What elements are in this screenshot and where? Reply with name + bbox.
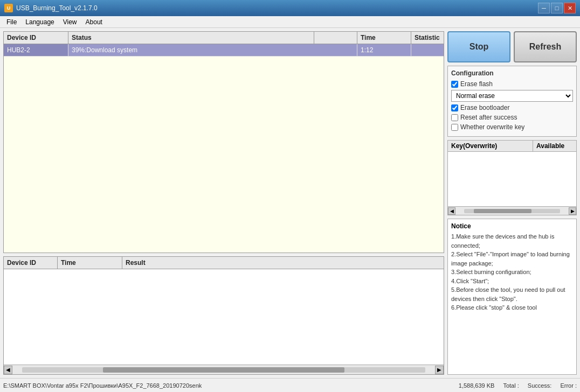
menu-bar: File Language View About (0, 16, 580, 28)
notice-item-2: 2.Select "File"-"Import image" to load b… (451, 251, 570, 267)
table-row[interactable]: HUB2-2 39%:Download system 1:12 (4, 44, 444, 57)
notice-title: Notice (451, 222, 573, 230)
menu-file[interactable]: File (2, 17, 21, 27)
notice-item-5: 5.Before close the tool, you need to pul… (451, 286, 565, 302)
col-time: Time (357, 32, 411, 44)
erase-bootloader-checkbox[interactable] (451, 104, 458, 111)
stop-button[interactable]: Stop (447, 31, 510, 62)
col-statistic: Statistic (411, 32, 444, 44)
erase-bootloader-label: Erase bootloader (460, 104, 509, 111)
result-col-device: Device ID (4, 257, 58, 269)
status-success: Success: (528, 382, 552, 389)
col-empty (314, 32, 357, 44)
key-overwrite-table: Key(Overwrite) Available ◀ ▶ (447, 140, 577, 215)
notice-item-4: 4.Click "Start"; (451, 278, 489, 284)
whether-overwrite-key-item: Whether overwrite key (451, 123, 573, 131)
erase-flash-label: Erase flash (460, 80, 493, 88)
erase-bootloader-item: Erase bootloader (451, 104, 573, 111)
result-col-time: Time (58, 257, 122, 269)
erase-flash-item: Erase flash (451, 80, 573, 88)
result-table: Device ID Time Result ◀ ▶ (3, 256, 444, 375)
maximize-button[interactable]: □ (551, 3, 563, 13)
refresh-button[interactable]: Refresh (514, 31, 577, 62)
result-table-body (4, 269, 444, 365)
erase-flash-checkbox[interactable] (451, 81, 458, 88)
cell-statistic (411, 44, 444, 56)
status-path: E:\SMART BOX\Vontar a95x F2\Прошивки\A95… (3, 382, 450, 389)
menu-view[interactable]: View (59, 17, 81, 27)
left-panel: Device ID Status Time Statistic HUB2-2 3… (3, 31, 444, 375)
whether-overwrite-key-checkbox[interactable] (451, 124, 458, 131)
key-col2: Available (533, 141, 576, 151)
result-table-header: Device ID Time Result (4, 257, 444, 269)
col-status: Status (68, 32, 314, 44)
result-horizontal-scrollbar[interactable]: ◀ ▶ (4, 365, 444, 374)
reset-after-success-checkbox[interactable] (451, 114, 458, 121)
notice-text: 1.Make sure the devices and the hub is c… (451, 232, 573, 312)
menu-language[interactable]: Language (21, 17, 58, 27)
configuration-section: Configuration Erase flash Normal erase F… (447, 66, 577, 137)
erase-type-select[interactable]: Normal erase Full erase (451, 90, 573, 102)
cell-status: 39%:Download system (68, 44, 357, 56)
col-device-id: Device ID (4, 32, 68, 44)
app-icon: U (4, 4, 13, 12)
result-col-result: Result (122, 257, 444, 269)
right-panel: Stop Refresh Configuration Erase flash N… (447, 31, 577, 375)
notice-item-1: 1.Make sure the devices and the hub is c… (451, 233, 554, 249)
status-bar: E:\SMART BOX\Vontar a95x F2\Прошивки\A95… (0, 378, 580, 392)
key-col1: Key(Overwrite) (448, 141, 533, 151)
whether-overwrite-key-label: Whether overwrite key (460, 123, 524, 131)
window-controls: ─ □ ✕ (538, 3, 576, 13)
device-table-header: Device ID Status Time Statistic (4, 32, 444, 44)
main-content: Device ID Status Time Statistic HUB2-2 3… (0, 28, 580, 378)
action-buttons: Stop Refresh (447, 31, 577, 62)
menu-about[interactable]: About (81, 17, 107, 27)
app-title: USB_Burning_Tool_v2.1.7.0 (16, 4, 98, 12)
status-error: Error : (560, 382, 577, 389)
status-size: 1,588,639 KB (459, 382, 495, 389)
notice-item-6: 6.Please click "stop" & close tool (451, 304, 537, 311)
config-title: Configuration (451, 69, 573, 77)
device-table: Device ID Status Time Statistic HUB2-2 3… (3, 31, 444, 253)
reset-after-success-item: Reset after success (451, 114, 573, 121)
close-button[interactable]: ✕ (564, 3, 576, 13)
cell-device-id: HUB2-2 (4, 44, 68, 56)
status-total: Total : (503, 382, 519, 389)
key-horizontal-scrollbar[interactable]: ◀ ▶ (448, 206, 576, 215)
minimize-button[interactable]: ─ (538, 3, 550, 13)
reset-after-success-label: Reset after success (460, 114, 517, 121)
key-table-header: Key(Overwrite) Available (448, 141, 576, 152)
notice-item-3: 3.Select burning configuration; (451, 269, 531, 275)
cell-time: 1:12 (357, 44, 411, 56)
erase-type-row: Normal erase Full erase (451, 90, 573, 102)
key-table-body (448, 152, 576, 206)
device-table-body: HUB2-2 39%:Download system 1:12 (4, 44, 444, 253)
notice-section: Notice 1.Make sure the devices and the h… (447, 219, 577, 375)
title-bar: U USB_Burning_Tool_v2.1.7.0 ─ □ ✕ (0, 0, 580, 16)
